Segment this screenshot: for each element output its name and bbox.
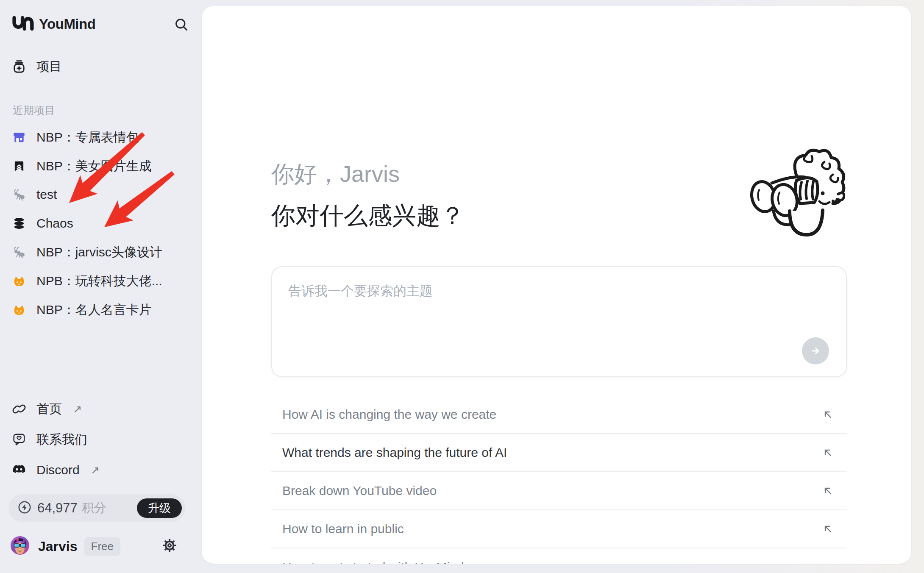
search-button[interactable] [173, 16, 190, 33]
suggestion-row[interactable]: How to learn in public [271, 510, 847, 548]
youmind-app: { "app": { "title": "YouMind" }, "colors… [0, 0, 924, 573]
credits-amount: 64,977 [37, 501, 78, 516]
storefront-icon [12, 130, 26, 145]
sidebar-item-recent-4[interactable]: NBP：jarvisc头像设计 [12, 242, 162, 262]
suggestion-row[interactable]: Break down YouTube video [271, 472, 847, 510]
recent-projects-heading: 近期项目 [13, 103, 55, 117]
energy-icon [18, 501, 31, 516]
app-title: YouMind [39, 16, 95, 32]
insert-topic-nw-arrow-icon [821, 561, 847, 564]
sidebar-item-contact[interactable]: 联系我们 [12, 429, 87, 450]
sidebar-item-recent-5[interactable]: NPB：玩转科技大佬... [12, 271, 162, 291]
suggestion-row[interactable]: How AI is changing the way we create [271, 396, 847, 434]
sidebar-item-recent-2[interactable]: test [12, 184, 57, 205]
avatar [10, 536, 30, 557]
topic-input[interactable] [287, 281, 789, 359]
insert-topic-nw-arrow-icon [821, 523, 847, 535]
upgrade-button[interactable]: 升级 [137, 498, 182, 518]
main-panel: 你好，Jarvis 你对什么感兴趣？ [202, 6, 911, 564]
bookmark-icon [12, 159, 26, 173]
cat-icon [12, 274, 26, 288]
discord-icon [12, 463, 26, 477]
suggestion-row[interactable]: How to get started with YouMind [271, 548, 847, 564]
sidebar-item-recent-6[interactable]: NBP：名人名言卡片 [12, 300, 152, 320]
chat-heart-icon [12, 432, 26, 447]
app-logo[interactable]: YouMind [12, 14, 95, 34]
insert-topic-nw-arrow-icon [821, 484, 847, 497]
plan-badge: Free [84, 537, 120, 556]
sidebar-item-home[interactable]: 首页 ↗ [12, 399, 82, 419]
sidebar-item-recent-1[interactable]: NBP：美女图片生成 [12, 156, 152, 176]
suggestion-list: How AI is changing the way we create Wha… [271, 396, 847, 564]
sidebar-item-projects[interactable]: 项目 [12, 56, 62, 77]
cat-icon [12, 303, 26, 317]
user-name: Jarvis [38, 539, 78, 554]
sidebar-item-discord[interactable]: Discord ↗ [12, 460, 100, 480]
projects-label: 项目 [36, 58, 62, 75]
question-heading: 你对什么感兴趣？ [271, 203, 465, 228]
database-icon [12, 216, 26, 231]
settings-gear-icon[interactable] [162, 538, 177, 555]
suggestion-row[interactable]: What trends are shaping the future of AI [271, 434, 847, 472]
insert-topic-nw-arrow-icon [821, 446, 847, 459]
sidebar: YouMind 项目 近期项目 [0, 0, 202, 573]
ant-icon [12, 187, 26, 202]
link-icon [12, 402, 26, 416]
credits-pill: 64,977 积分 升级 [8, 494, 185, 522]
projects-box-icon [12, 59, 26, 74]
user-menu[interactable]: Jarvis Free [10, 535, 192, 557]
sidebar-item-recent-0[interactable]: NBP：专属表情包 [12, 127, 139, 147]
external-link-icon: ↗ [91, 464, 100, 476]
sidebar-item-recent-3[interactable]: Chaos [12, 213, 73, 234]
credits-unit: 积分 [82, 500, 106, 517]
submit-button[interactable] [802, 337, 829, 364]
topic-composer [271, 266, 847, 377]
greeting-text: 你好，Jarvis [271, 162, 400, 186]
external-link-icon: ↗ [73, 403, 82, 415]
youmind-logo-icon [12, 15, 34, 33]
binoculars-doodle-illustration [749, 147, 846, 239]
search-icon [174, 17, 189, 32]
arrow-right-icon [809, 344, 822, 358]
insert-topic-nw-arrow-icon [821, 408, 847, 421]
ant-icon [12, 245, 26, 259]
